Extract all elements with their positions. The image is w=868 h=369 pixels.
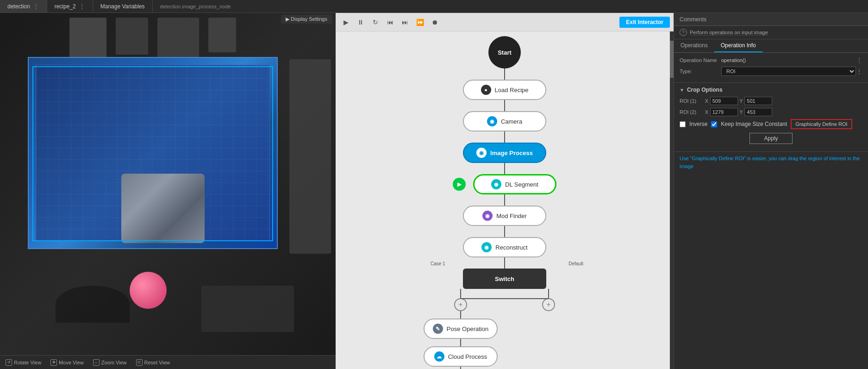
scrollbar-thumb[interactable] (670, 41, 674, 78)
refresh-button[interactable]: ↻ (369, 16, 382, 29)
workflow-canvas[interactable]: Start ● Load Recipe (336, 31, 674, 369)
roi1-x-label: X (705, 99, 708, 104)
main-container: ▶ Display Settings (0, 13, 868, 369)
inverse-checkbox[interactable] (680, 121, 686, 127)
forward-button[interactable]: ⏩ (413, 16, 426, 29)
tab-recipe2-menu[interactable]: ⋮ (79, 3, 85, 10)
blue-tray (28, 57, 278, 249)
tab-recipe2[interactable]: recipe_2 ⋮ (47, 0, 93, 13)
roi2-label: ROI (2) (680, 109, 705, 115)
metal-part (121, 174, 205, 243)
workflow-scrollbar[interactable] (670, 31, 674, 369)
move-view-button[interactable]: ✥ Move View (50, 359, 84, 366)
mod-finder-icon: ◉ (482, 211, 493, 221)
options-row: Inverse Keep Image Size Constant Graphic… (680, 119, 862, 129)
right-v-connector (548, 289, 549, 298)
cloud-icon: ☁ (434, 351, 444, 362)
record-button[interactable]: ⏺ (428, 16, 441, 29)
type-select[interactable]: ROI (721, 67, 856, 76)
left-v3 (460, 339, 461, 346)
tab-operations[interactable]: Operations (674, 39, 714, 52)
zoom-view-button[interactable]: ⌕ Zoom View (93, 359, 127, 366)
left-branch: + ✎ Pose Operation (417, 289, 505, 369)
connector-5 (504, 194, 505, 206)
node-switch[interactable]: Switch (417, 269, 593, 289)
node-start[interactable]: Start (488, 36, 521, 69)
image-bottom-bar: ↺ Rotate View ✥ Move View ⌕ Zoom View ⊡ … (0, 355, 336, 369)
top-bar: detection ⋮ recipe_2 ⋮ Manage Variables … (0, 0, 868, 13)
keep-size-checkbox[interactable] (711, 121, 717, 127)
skip-end-button[interactable]: ⏭ (399, 16, 412, 29)
apply-button[interactable]: Apply (749, 133, 792, 144)
left-v-connector (460, 289, 461, 298)
rotate-view-button[interactable]: ↺ Rotate View (6, 359, 41, 366)
keep-size-label: Keep Image Size Constant (721, 121, 787, 127)
mechanical-parts-top (69, 18, 236, 62)
reconstruct-icon: ◉ (481, 242, 492, 252)
left-v2 (460, 311, 461, 319)
branch-row: + ✎ Pose Operation (417, 289, 593, 369)
workflow-scroll-container[interactable]: Start ● Load Recipe (336, 31, 674, 369)
connector-4 (504, 163, 505, 174)
dl-segment-icon: ◉ (491, 179, 501, 189)
rotate-icon: ↺ (6, 359, 12, 366)
move-icon: ✥ (50, 359, 57, 366)
reset-icon: ⊡ (136, 359, 143, 366)
roi1-row: ROI (1) X Y (680, 97, 862, 105)
display-settings-button[interactable]: ▶ Display Settings (281, 15, 332, 24)
play-indicator: ▶ (453, 178, 466, 191)
roi1-y-input[interactable] (744, 97, 772, 105)
node-pose-operation[interactable]: ✎ Pose Operation (424, 319, 498, 339)
inverse-label: Inverse (689, 121, 707, 127)
node-cloud-process[interactable]: ☁ Cloud Process (424, 346, 498, 367)
node-camera[interactable]: ◉ Camera (463, 111, 546, 131)
pose-icon: ✎ (433, 324, 443, 334)
workflow-toolbar: ▶ ⏸ ↻ ⏮ ⏭ ⏩ ⏺ Exit Interactor (336, 13, 674, 31)
node-mod-finder[interactable]: ◉ Mod Finder (463, 206, 546, 226)
default-label: Default (568, 261, 583, 266)
help-icon[interactable]: ? (680, 29, 687, 36)
node-dl-segment[interactable]: ◉ DL Segment (473, 174, 556, 194)
connector-6 (504, 226, 505, 237)
case1-label: Case 1 (431, 261, 445, 266)
skip-start-button[interactable]: ⏮ (384, 16, 397, 29)
keyboard-device (201, 286, 294, 332)
dl-segment-row: ▶ ◉ DL Segment (453, 174, 556, 194)
play-button[interactable]: ▶ (339, 16, 352, 29)
manage-variables-button[interactable]: Manage Variables (93, 0, 153, 13)
breadcrumb-path: detection.image_process_node (160, 4, 231, 9)
image-canvas[interactable] (0, 13, 336, 355)
type-menu-dots[interactable]: ⋮ (856, 68, 862, 75)
node-load-recipe[interactable]: ● Load Recipe (463, 80, 546, 100)
tab-detection[interactable]: detection ⋮ (0, 0, 47, 13)
node-image-process[interactable]: ◉ Image Process (463, 143, 546, 163)
add-right-button[interactable]: + (542, 298, 555, 311)
graphically-define-button[interactable]: Graphically Define ROI (791, 119, 852, 129)
add-left-button[interactable]: + (454, 298, 467, 311)
right-panel-header: Comments (674, 13, 868, 26)
shadow-figure (56, 286, 130, 323)
right-equipment (289, 59, 331, 254)
exit-interactor-button[interactable]: Exit Interactor (619, 17, 670, 28)
roi1-y-label: Y (740, 99, 743, 104)
tab-detection-menu[interactable]: ⋮ (33, 3, 39, 10)
comments-label: Comments (680, 16, 706, 23)
pause-button[interactable]: ⏸ (354, 16, 367, 29)
roi1-x-input[interactable] (710, 97, 738, 105)
connector-3 (504, 131, 505, 143)
roi2-x-input[interactable] (710, 108, 738, 116)
roi2-y-input[interactable] (744, 108, 772, 116)
node-reconstruct[interactable]: ◉ Reconstruct (463, 237, 546, 257)
pink-ball (130, 272, 167, 309)
help-text: Perform operations on input image (690, 30, 768, 36)
tab-operation-info[interactable]: Operation Info (714, 39, 762, 52)
crop-options-header[interactable]: ▼ Crop Options (680, 87, 862, 93)
tabs-row: Operations Operation Info (674, 39, 868, 53)
workflow-panel: ▶ ⏸ ↻ ⏮ ⏭ ⏩ ⏺ Exit Interactor Start (336, 13, 674, 369)
roi2-coords: X Y (705, 108, 862, 116)
type-label: Type: (680, 69, 721, 74)
reset-view-button[interactable]: ⊡ Reset View (136, 359, 170, 366)
operation-menu-dots[interactable]: ⋮ (856, 56, 862, 64)
image-panel: ▶ Display Settings (0, 13, 336, 369)
operation-name-row: Operation Name operation() ⋮ (680, 56, 862, 64)
